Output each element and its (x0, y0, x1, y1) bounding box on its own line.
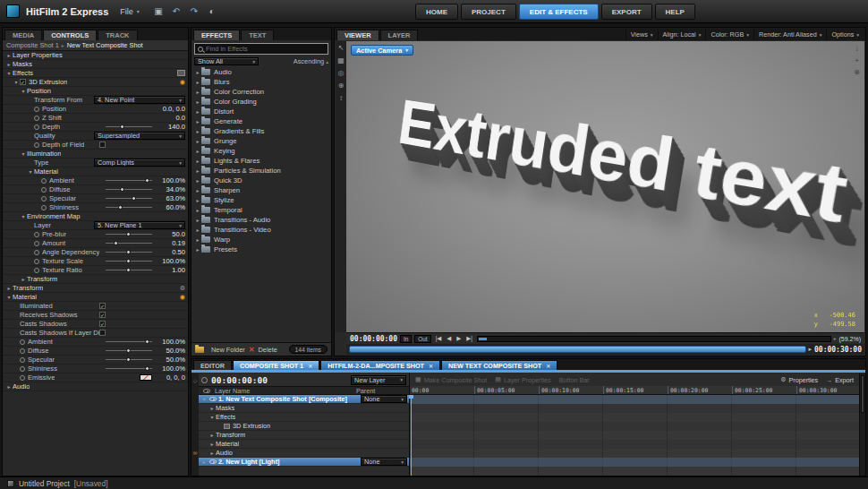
viewer-canvas[interactable]: Extruded text Active Camera▾ ↓+⊕ x -500.… (346, 41, 864, 332)
timeline-ruler[interactable]: 00:0000:00:05:0000:00:10:0000:00:15:0000… (410, 386, 859, 395)
keyframe-toggle-icon[interactable] (20, 375, 25, 381)
slider-thumb[interactable] (126, 250, 131, 254)
keyframe-toggle-icon[interactable] (34, 259, 39, 264)
dropdown-quality[interactable]: Supersampled▾ (94, 132, 185, 140)
slider-thumb[interactable] (126, 348, 131, 353)
timeline-sub-row[interactable]: ▸Transform (199, 431, 409, 440)
prev-frame-button[interactable]: ◀ (445, 335, 453, 342)
property-row-quality[interactable]: QualitySupersampled▾ (3, 132, 188, 141)
slider-thumb[interactable] (126, 259, 131, 263)
property-row-depth-of-field[interactable]: Depth of Field (3, 141, 188, 150)
keyframe-toggle-icon[interactable] (34, 232, 39, 237)
orbit-tool-icon[interactable]: ◎ (336, 68, 346, 78)
property-row-illuminated[interactable]: Illuminated✓ (3, 302, 188, 311)
keyframe-toggle-icon[interactable] (20, 339, 25, 345)
visibility-eye-icon[interactable] (209, 397, 217, 401)
close-icon[interactable]: ✕ (429, 363, 433, 369)
property-row-texture-scale[interactable]: Texture Scale100.0% (3, 257, 188, 266)
scroll-down-icon[interactable]: ↓ (852, 44, 862, 54)
property-row-shininess[interactable]: Shininess60.0% (3, 203, 188, 212)
expand-arrow[interactable]: ▸ (208, 405, 216, 411)
property-row-material[interactable]: ▾Material (3, 293, 188, 302)
timeline-sub-row[interactable]: ▸Material (199, 440, 409, 449)
timeline-tracks[interactable] (410, 395, 859, 476)
color-swatch[interactable] (140, 374, 152, 381)
vertical-scrollbar-thumb[interactable] (861, 375, 864, 413)
keyframe-toggle-icon[interactable] (34, 116, 39, 121)
property-row-layer[interactable]: Layer5. New Plane 1▾ (3, 221, 188, 230)
expand-arrow[interactable]: ▸ (194, 138, 201, 144)
slider-ambient[interactable] (106, 339, 152, 345)
slider-texture-ratio[interactable] (106, 267, 152, 273)
slider-thumb[interactable] (126, 232, 131, 236)
dropdown-transform-from[interactable]: 4. New Point▾ (94, 96, 185, 104)
timeline-tab-editor[interactable]: EDITOR (193, 360, 232, 370)
parent-dropdown[interactable]: None▾ (361, 458, 407, 466)
viewer-control-color-rgb[interactable]: Color: RGB▾ (705, 29, 753, 40)
property-row-texture-ratio[interactable]: Texture Ratio1.00 (3, 266, 188, 275)
slider-specular[interactable] (106, 195, 152, 202)
expand-arrow[interactable]: ▸ (194, 118, 201, 124)
next-frame-button[interactable]: ▶| (464, 335, 474, 342)
expand-arrow[interactable]: ▸ (5, 52, 13, 58)
expand-arrow[interactable]: ▸ (194, 207, 201, 213)
expand-arrow[interactable]: ▸ (194, 187, 201, 193)
slider-texture-scale[interactable] (106, 258, 152, 264)
scrubber-handle[interactable] (479, 338, 487, 340)
slider-thumb[interactable] (118, 205, 123, 210)
go-to-start-button[interactable]: |◀ (434, 335, 444, 342)
breadcrumb[interactable]: Composite Shot 1 ▸ New Text Composite Sh… (3, 40, 188, 51)
nav-project[interactable]: PROJECT (461, 4, 516, 20)
property-row-emissive[interactable]: Emissive0, 0, 0 (3, 373, 188, 382)
layer-properties-button[interactable]: ▤Layer Properties (495, 376, 550, 384)
filter-dropdown[interactable]: Show All▾ (194, 57, 259, 65)
expand-arrow[interactable]: ▸ (5, 285, 13, 291)
export-button[interactable]: →Export (826, 376, 854, 384)
keyframe-toggle-icon[interactable] (41, 196, 47, 202)
expand-arrow[interactable]: ▸ (194, 197, 201, 203)
expand-arrow[interactable]: ▾ (27, 168, 34, 175)
timeline-tab-composite-shot-1[interactable]: COMPOSITE SHOT 1✕ (233, 360, 319, 370)
tab-controls[interactable]: CONTROLS (43, 30, 97, 40)
sort-toggle[interactable]: Ascending▴ (294, 57, 328, 65)
file-menu[interactable]: File▾ (115, 5, 145, 18)
effect-category-transitions-video[interactable]: ▸Transitions - Video (191, 225, 331, 235)
extruded-3d-text[interactable]: Extruded text (395, 85, 864, 262)
dropdown-layer[interactable]: 5. New Plane 1▾ (94, 221, 185, 229)
property-row-z-shift[interactable]: Z Shift0.0 (3, 114, 188, 123)
expand-arrow[interactable]: ▸ (194, 236, 201, 243)
timeline-sub-row[interactable]: ▾Effects (199, 413, 409, 422)
property-row-effects[interactable]: ▾Effects (3, 69, 188, 78)
checkbox-receives-shadows[interactable]: ✓ (99, 312, 106, 318)
timeline-tab-hitfilm-2-da-mposite-shot[interactable]: HITFILM-2-DA...MPOSITE SHOT✕ (320, 360, 440, 370)
delete-button[interactable]: Delete (259, 346, 277, 354)
property-row-3d-extrusion[interactable]: ▾✓3D Extrusion (3, 78, 188, 87)
expand-arrow[interactable]: ▾ (20, 213, 27, 219)
save-icon[interactable]: ▣ (151, 5, 166, 18)
property-row-depth[interactable]: Depth140.0 (3, 123, 188, 132)
keyframe-toggle-icon[interactable] (41, 205, 47, 210)
make-composite-shot-button[interactable]: ▦Make Composite Shot (415, 376, 487, 384)
parent-dropdown[interactable]: None▾ (361, 395, 407, 403)
keyframe-toggle-icon[interactable] (34, 142, 39, 148)
effect-category-audio[interactable]: ▸Audio (191, 67, 331, 77)
expand-arrow[interactable]: ▸ (208, 432, 216, 438)
effect-category-particles-simulation[interactable]: ▸Particles & Simulation (191, 166, 331, 176)
slider-shininess[interactable] (106, 204, 152, 210)
set-out-button[interactable]: Out (414, 335, 430, 343)
checkbox-casts-shadows[interactable]: ✓ (99, 321, 106, 327)
expand-arrow[interactable]: ▸ (20, 276, 27, 282)
property-row-specular[interactable]: Specular63.0% (3, 194, 188, 203)
property-row-angle-dependency[interactable]: Angle Dependency0.50 (3, 248, 188, 257)
slider-thumb[interactable] (120, 124, 124, 129)
slider-thumb[interactable] (126, 357, 131, 362)
expand-arrow[interactable]: ▸ (208, 441, 216, 447)
keyframe-toggle-icon[interactable] (20, 357, 25, 363)
effect-category-generate[interactable]: ▸Generate (191, 116, 331, 126)
nav-edit-effects[interactable]: EDIT & EFFECTS (519, 4, 599, 20)
tab-viewer[interactable]: VIEWER (336, 30, 379, 40)
property-row-position[interactable]: Position0.0, 0.0 (3, 105, 188, 114)
effect-category-gradients-fills[interactable]: ▸Gradients & Fills (191, 126, 331, 136)
checkbox-casts-shadows-if-layer-dis[interactable] (99, 330, 106, 336)
enable-checkbox[interactable]: ✓ (20, 79, 26, 85)
